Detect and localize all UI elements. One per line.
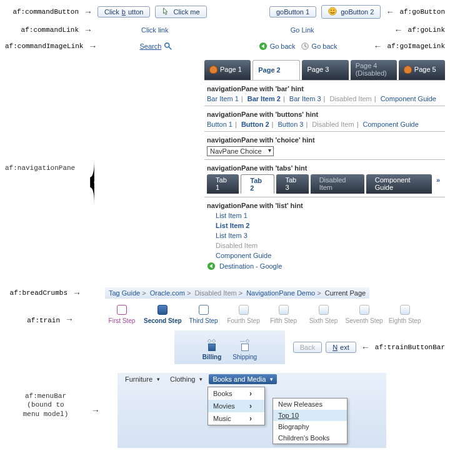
arrow-icon [86,41,99,51]
menu-books-media[interactable]: Books and Media [209,374,277,384]
text: Second Step [144,317,182,324]
train-step-3[interactable]: Third Step [186,305,222,324]
global-tab-1[interactable]: Page 1 [204,60,251,80]
bc-tag-guide[interactable]: Tag Guide [109,289,140,297]
menu-furniture[interactable]: Furniture [121,374,164,384]
bar-item-disabled: Disabled Item [329,95,371,102]
tab-2[interactable]: Tab 2 [241,174,274,194]
button-item-3[interactable]: Button 3 [278,121,303,128]
train: First Step Second Step Third Step Fourth… [104,305,423,324]
label-commandButton: af:commandButton [5,8,79,16]
train-step-2[interactable]: Second Step [144,305,182,324]
text: Sixth Step [306,317,342,324]
global-tab-5[interactable]: Page 5 [399,60,445,80]
next-button[interactable]: Next [326,342,356,353]
menu-biography[interactable]: Biography [273,421,347,432]
label-trainButtonBar: af:trainButtonBar [375,344,445,351]
text: b [122,8,126,16]
train-step-7: Seventh Step [346,305,383,324]
text: Click [104,8,119,16]
text: Billing [202,354,222,360]
list-item-destination[interactable]: Destination - Google [219,262,282,270]
submenu-movies: New Releases Top 10 Biography Children's… [272,398,348,444]
train-step-4: Fourth Step [226,305,262,324]
text: Shipping [232,354,257,360]
bc-disabled: Disabled Item [194,289,236,297]
navpane-choice-select[interactable]: NavPane Choice [207,146,274,156]
tabs-hint-title: navigationPane with 'tabs' hint [207,164,442,172]
button-item-guide[interactable]: Component Guide [363,121,419,128]
menu-clothing[interactable]: Clothing [166,374,206,384]
smiley-icon [328,7,338,17]
global-tab-2[interactable]: Page 2 [252,60,300,80]
go-link[interactable]: Go Link [291,26,314,34]
arrow-icon [392,25,406,35]
mini-train-step-1[interactable]: ◇◇ Billing [202,338,222,360]
arrow-icon [383,7,397,17]
label-menubar: af:menuBar (bound to menu model) [5,392,86,419]
bar-hint-title: navigationPane with 'bar' hint [207,85,442,92]
mini-train-step-2[interactable]: —◇ Shipping [232,338,257,360]
train-step-1[interactable]: First Step [104,305,140,324]
back-arrow-icon [259,42,268,51]
button-item-1[interactable]: Button 1 [207,121,232,128]
global-tab-4: Page 4 (Disabled) [351,60,397,80]
text: Top 10 [278,412,299,419]
tab-row: Tab 1 Tab 2 Tab 3 Disabled Item Componen… [207,174,442,194]
svg-point-0 [329,7,336,15]
person-icon [404,66,412,74]
mini-train: ◇◇ Billing —◇ Shipping [174,330,284,364]
menu-new-releases[interactable]: New Releases [273,399,347,410]
brace-icon: { [89,68,94,268]
arrow-icon [62,314,76,324]
tab-1[interactable]: Tab 1 [207,174,239,194]
arrow-icon [359,342,372,352]
list-item-1[interactable]: List Item 1 [216,212,248,219]
go-image-link-2[interactable]: Go back [301,42,338,51]
command-image-link[interactable]: Search [139,42,172,51]
svg-point-1 [331,9,332,11]
train-step-8: Eighth Step [387,305,423,324]
button-item-disabled: Disabled Item [312,121,354,128]
menu-top-10[interactable]: Top 10 [273,410,347,421]
arrow-icon [371,41,385,51]
menu-music[interactable]: Music [208,412,264,425]
text: Eighth Step [387,317,423,324]
label-goLink: af:goLink [408,26,445,34]
command-link[interactable]: Click link [141,26,168,34]
list-item-2[interactable]: List Item 2 [216,222,249,229]
global-tab-3[interactable]: Page 3 [302,60,348,80]
go-image-link-1[interactable]: Go back [259,42,296,51]
bc-navpane-demo[interactable]: NavigationPane Demo [246,289,315,297]
menu-movies[interactable]: Movies [208,400,264,412]
go-button-2[interactable]: goButton 2 [321,5,381,19]
list-item-3[interactable]: List Item 3 [216,232,248,239]
text: af:menuBar [5,392,86,400]
menu-bar: Furniture Clothing Books and Media Books… [118,373,386,448]
back-arrow-icon [207,262,216,270]
text: ext [340,344,349,351]
menu-books[interactable]: Books [208,387,264,400]
magnifier-icon [164,42,172,51]
text: Page 1 [220,66,242,73]
bar-item-1[interactable]: Bar Item 1 [207,95,239,102]
tab-3[interactable]: Tab 3 [276,174,308,194]
arrow-icon [81,25,95,35]
train-step-6: Sixth Step [306,305,342,324]
go-button-1[interactable]: goButton 1 [269,6,316,17]
bc-oracle[interactable]: Oracle.com [150,289,185,297]
button-item-2[interactable]: Button 2 [241,121,269,128]
train-connector-icon: ◇◇ [202,338,222,344]
tab-guide[interactable]: Component Guide [366,174,432,194]
button-items: Button 1| Button 2| Button 3| Disabled I… [207,121,442,128]
menu-childrens-books[interactable]: Children's Books [273,432,347,444]
bar-item-guide[interactable]: Component Guide [381,95,436,102]
command-button-2[interactable]: Click me [155,6,206,18]
bar-item-2[interactable]: Bar Item 2 [248,95,281,102]
text: First Step [104,317,140,324]
bar-items: Bar Item 1| Bar Item 2| Bar Item 3| Disa… [207,95,442,102]
tab-overflow[interactable]: » [434,174,442,194]
command-button-1[interactable]: Click button [98,6,150,17]
bar-item-3[interactable]: Bar Item 3 [289,95,321,102]
list-item-guide[interactable]: Component Guide [216,252,271,259]
